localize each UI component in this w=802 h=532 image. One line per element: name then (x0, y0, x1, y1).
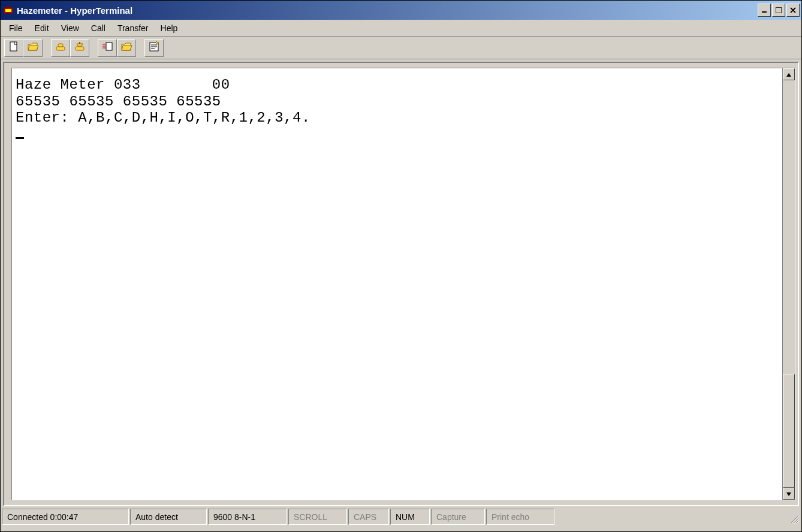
content-frame: Haze Meter 033 00 65535 65535 65535 6553… (3, 62, 799, 506)
title-bar: Hazemeter - HyperTerminal (1, 1, 801, 20)
svg-rect-8 (56, 47, 65, 50)
svg-marker-20 (786, 73, 791, 77)
svg-rect-12 (106, 43, 112, 50)
terminal-line-1: Haze Meter 033 00 (16, 77, 230, 93)
svg-rect-10 (76, 47, 84, 50)
status-bar: Connected 0:00:47 Auto detect 9600 8-N-1… (1, 509, 801, 526)
triangle-down-icon (786, 489, 791, 498)
app-icon (3, 5, 14, 16)
terminal-output: Haze Meter 033 00 65535 65535 65535 6553… (16, 77, 778, 126)
maximize-button[interactable] (772, 4, 785, 17)
scroll-thumb[interactable] (783, 374, 795, 488)
resize-grip[interactable] (787, 509, 800, 525)
close-button[interactable] (786, 4, 800, 17)
properties-icon (148, 41, 160, 55)
status-port: 9600 8-N-1 (208, 509, 287, 525)
call-button[interactable] (51, 39, 70, 57)
call-icon (55, 41, 67, 55)
status-caps: CAPS (348, 509, 389, 525)
menu-edit[interactable]: Edit (29, 22, 55, 35)
status-num: NUM (390, 509, 430, 525)
receive-icon (120, 41, 132, 55)
status-capture: Capture (431, 509, 485, 525)
menu-transfer[interactable]: Transfer (111, 22, 155, 35)
svg-rect-3 (762, 11, 767, 13)
terminal-line-3: Enter: A,B,C,D,H,I,O,T,R,1,2,3,4. (16, 110, 310, 126)
minimize-button[interactable] (758, 4, 771, 17)
vertical-scrollbar[interactable] (782, 68, 795, 500)
toolbar (1, 37, 801, 59)
send-icon (101, 41, 113, 55)
scroll-up-button[interactable] (783, 68, 795, 80)
open-icon (27, 41, 39, 55)
menu-call[interactable]: Call (85, 22, 111, 35)
svg-rect-1 (5, 9, 11, 12)
menu-view[interactable]: View (55, 22, 85, 35)
svg-marker-21 (786, 492, 791, 496)
terminal-line-2: 65535 65535 65535 65535 (16, 93, 221, 110)
terminal-cursor (16, 137, 24, 139)
new-button[interactable] (4, 39, 23, 57)
properties-button[interactable] (144, 39, 164, 57)
status-printecho: Print echo (486, 509, 554, 525)
window-title: Hazemeter - HyperTerminal (17, 5, 756, 16)
svg-rect-7 (10, 42, 17, 51)
status-scroll: SCROLL (288, 509, 347, 525)
status-autodetect: Auto detect (130, 509, 207, 525)
triangle-up-icon (786, 70, 791, 79)
open-button[interactable] (23, 39, 43, 57)
hangup-icon (74, 41, 86, 55)
receive-button[interactable] (117, 39, 136, 57)
window-controls (756, 4, 800, 17)
menu-file[interactable]: File (3, 22, 29, 35)
terminal-area[interactable]: Haze Meter 033 00 65535 65535 65535 6553… (11, 68, 782, 500)
status-connected: Connected 0:00:47 (2, 509, 129, 525)
scroll-down-button[interactable] (783, 488, 795, 500)
hangup-button[interactable] (70, 39, 89, 57)
new-icon (8, 41, 20, 55)
scroll-track[interactable] (783, 80, 795, 488)
svg-rect-2 (7, 6, 10, 8)
send-button[interactable] (98, 39, 117, 57)
svg-rect-4 (776, 7, 782, 13)
menu-help[interactable]: Help (155, 22, 184, 35)
menu-bar: File Edit View Call Transfer Help (1, 20, 801, 37)
svg-rect-9 (58, 44, 63, 47)
